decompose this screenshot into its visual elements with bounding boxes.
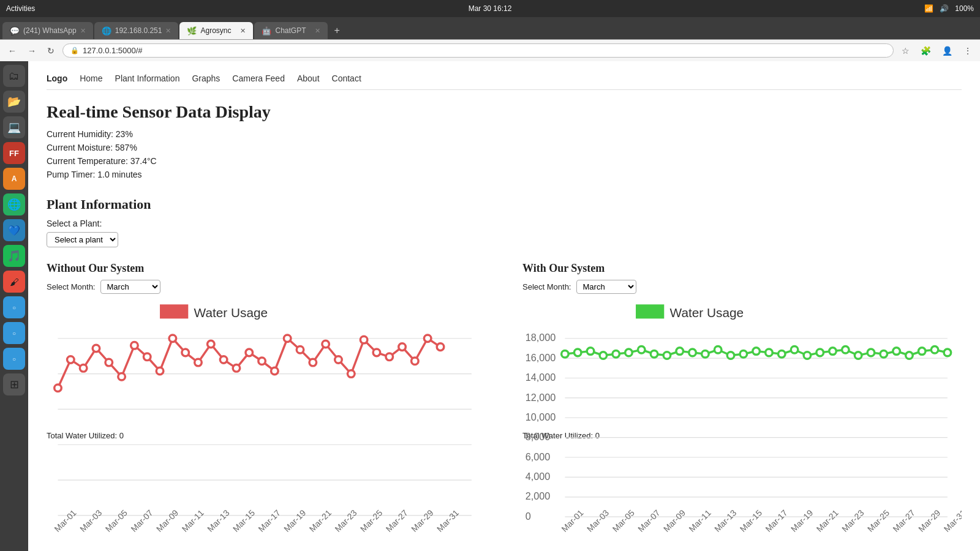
tab-chatgpt[interactable]: 🤖 ChatGPT ✕ (254, 22, 328, 39)
sidebar-icon-folder[interactable]: 📂 (3, 91, 25, 113)
sensor-info: Current Humidity: 23% Current Moisture: … (47, 129, 962, 179)
dot-26 (373, 349, 380, 356)
nav-about[interactable]: About (297, 73, 320, 83)
lock-icon: 🔒 (70, 47, 79, 54)
nav-graphs[interactable]: Graphs (192, 73, 220, 83)
tab-whatsapp-close[interactable]: ✕ (80, 27, 86, 35)
x-label-w-mar11: Mar-11 (687, 508, 713, 534)
tab-ip-close[interactable]: ✕ (165, 27, 171, 35)
forward-button[interactable]: → (24, 45, 39, 57)
without-system-block: Without Our System Select Month: January… (47, 262, 486, 440)
dot-10 (169, 335, 176, 342)
sidebar-icon-files[interactable]: 🗂 (3, 65, 25, 87)
moisture-value: Current Moisture: 587% (47, 143, 962, 152)
battery-label: 100% (955, 4, 974, 13)
y-label-w-10k: 10,000 (526, 411, 556, 422)
url-display: 127.0.0.1:5000/# (83, 46, 143, 55)
dot-9 (156, 367, 164, 375)
dot-25 (360, 336, 368, 343)
without-system-title: Without Our System (47, 262, 486, 275)
x-label-w-mar09: Mar-09 (662, 508, 688, 534)
nav-plant-info[interactable]: Plant Information (115, 73, 180, 83)
y-label-w-16k: 16,000 (526, 352, 556, 363)
browser-addressbar: ← → ↻ 🔒 127.0.0.1:5000/# ☆ 🧩 👤 ⋮ (0, 39, 980, 61)
x-label-w-mar23: Mar-23 (840, 508, 866, 534)
without-month-row: Select Month: January February March Apr… (47, 280, 486, 294)
gdot-2 (574, 349, 581, 356)
legend-label-with: Water Usage (670, 305, 744, 320)
gdot-3 (587, 348, 594, 355)
refresh-button[interactable]: ↻ (44, 45, 58, 57)
y-label-w-0: 0 (526, 511, 531, 522)
with-system-svg: Water Usage 18,000 16,000 14,000 12,000 … (522, 299, 962, 551)
x-label-mar25: Mar-25 (358, 508, 385, 534)
dot-21 (309, 359, 317, 366)
tab-chatgpt-close[interactable]: ✕ (315, 27, 320, 35)
x-label-w-mar01: Mar-01 (559, 508, 586, 534)
sidebar-icon-terminal[interactable]: 💻 (3, 116, 25, 138)
x-label-mar17: Mar-17 (256, 508, 282, 534)
activities-label[interactable]: Activities (6, 4, 35, 13)
dot-15 (233, 365, 240, 372)
sidebar-icon-apps[interactable]: ⊞ (3, 373, 25, 395)
y-label-w-14k: 14,000 (526, 372, 556, 383)
x-label-mar31: Mar-31 (435, 508, 461, 534)
gdot-29 (918, 348, 925, 355)
legend-label-without: Water Usage (194, 305, 268, 320)
sidebar-icon-chrome[interactable]: 🌐 (3, 193, 25, 216)
sidebar-icon-spotify[interactable]: 🎵 (3, 245, 25, 267)
without-month-dropdown[interactable]: January February March April May June Ju… (100, 280, 160, 294)
y-label-w-4k: 4,000 (526, 471, 551, 482)
nav-camera-feed[interactable]: Camera Feed (232, 73, 285, 83)
nav-contact[interactable]: Contact (332, 73, 361, 83)
dot-17 (258, 358, 266, 365)
legend-box-with (636, 304, 664, 318)
tab-whatsapp[interactable]: 💬 (241) WhatsApp ✕ (2, 22, 93, 39)
sidebar-icon-drawing[interactable]: 🖌 (3, 271, 25, 293)
browser-chrome: 💬 (241) WhatsApp ✕ 🌐 192.168.0.251 ✕ 🌿 A… (0, 17, 980, 61)
pump-value: Pump Timer: 1.0 minutes (47, 170, 962, 179)
dot-24 (347, 370, 355, 378)
humidity-value: Current Humidity: 23% (47, 129, 962, 139)
sidebar-icon-circle1[interactable]: ○ (3, 296, 25, 318)
sidebar-icon-circle3[interactable]: ○ (3, 348, 25, 370)
extensions-button[interactable]: 🧩 (918, 45, 934, 57)
dot-19 (284, 335, 291, 342)
gdot-12 (702, 350, 709, 358)
x-label-mar21: Mar-21 (307, 508, 334, 534)
back-button[interactable]: ← (5, 45, 20, 57)
tab-agrosync[interactable]: 🌿 Agrosync ✕ (179, 22, 253, 39)
plant-select-dropdown[interactable]: Select a plant Tomato Lettuce Pepper Bas… (47, 232, 118, 247)
x-label-mar07: Mar-07 (129, 508, 155, 534)
profile-button[interactable]: 👤 (939, 45, 956, 57)
x-label-w-mar25: Mar-25 (865, 508, 892, 534)
nav-logo[interactable]: Logo (47, 73, 67, 83)
x-label-mar01: Mar-01 (52, 508, 78, 534)
tab-ip[interactable]: 🌐 192.168.0.251 ✕ (94, 22, 179, 39)
x-label-w-mar31: Mar-31 (942, 508, 962, 534)
os-topbar: Activities Mar 30 16:12 📶 🔊 100% (0, 0, 980, 17)
menu-button[interactable]: ⋮ (960, 45, 975, 57)
nav-home[interactable]: Home (80, 73, 102, 83)
page-nav: Logo Home Plant Information Graphs Camer… (47, 73, 962, 90)
dot-8 (143, 353, 151, 361)
dot-3 (80, 365, 87, 372)
tab-agrosync-close[interactable]: ✕ (240, 27, 246, 35)
gdot-25 (867, 349, 875, 356)
sidebar-icon-appstore[interactable]: A (3, 168, 25, 190)
new-tab-button[interactable]: + (329, 22, 349, 39)
gdot-1 (562, 350, 569, 358)
gdot-21 (816, 349, 824, 356)
bookmark-button[interactable]: ☆ (899, 45, 913, 57)
sidebar-icon-circle2[interactable]: ○ (3, 322, 25, 344)
dot-4 (92, 345, 100, 352)
sidebar-icon-vscode[interactable]: 💙 (3, 219, 25, 241)
with-month-dropdown[interactable]: January February March April May June Ju… (576, 280, 636, 294)
y-label-w-8k: 8,000 (526, 431, 551, 442)
gdot-5 (612, 350, 620, 358)
main-content: Logo Home Plant Information Graphs Camer… (28, 61, 980, 551)
sidebar-icon-red[interactable]: FF (3, 142, 25, 164)
address-bar[interactable]: 🔒 127.0.0.1:5000/# (62, 43, 894, 58)
with-system-chart: Water Usage 18,000 16,000 14,000 12,000 … (522, 299, 962, 427)
gdot-13 (714, 346, 722, 353)
